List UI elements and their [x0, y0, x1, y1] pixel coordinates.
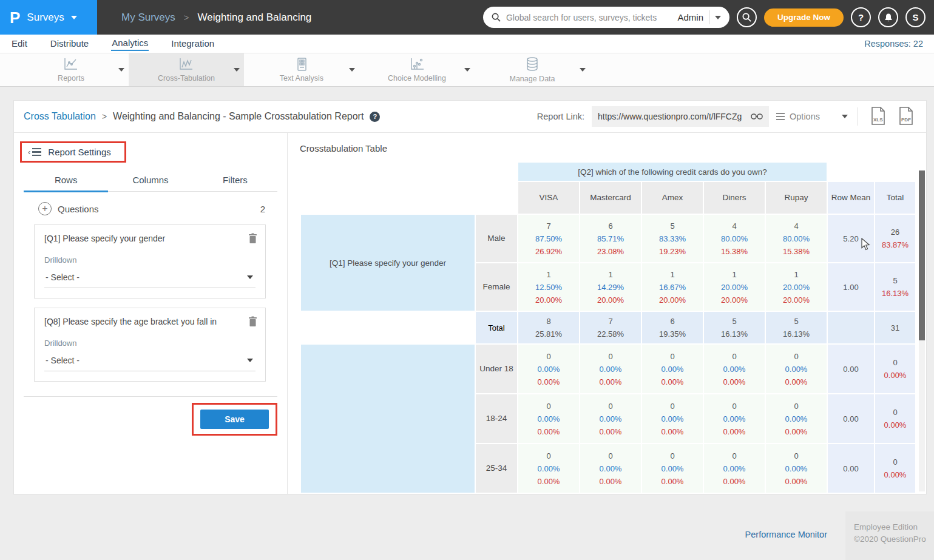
crosstab-data-cell: 00.00%0.00%: [518, 444, 579, 493]
breadcrumb-separator: >: [102, 112, 107, 121]
cell-value: 0.00%: [580, 413, 641, 425]
add-question-button[interactable]: +: [38, 202, 52, 215]
cell-value: 0: [580, 350, 641, 363]
report-title: Weighting and Balancing - Sample Crossta…: [113, 111, 364, 122]
crosstab-data-cell: 00.00%0.00%: [766, 444, 827, 493]
chevron-down-icon[interactable]: [464, 68, 470, 72]
tab-rows[interactable]: Rows: [24, 175, 108, 192]
responses-count[interactable]: Responses: 22: [864, 39, 923, 49]
search-scope[interactable]: Admin: [677, 12, 703, 22]
tab-edit[interactable]: Edit: [11, 37, 28, 50]
cell-value: 20.00%: [580, 294, 641, 306]
help-icon[interactable]: ?: [370, 112, 380, 122]
save-button[interactable]: Save: [200, 410, 269, 429]
column-question: [Q2] which of the following credit cards…: [518, 163, 827, 181]
tool-choice-modelling[interactable]: Choice Modelling: [359, 53, 475, 86]
crosstab-data-cell: 120.00%20.00%: [704, 263, 765, 311]
product-menu[interactable]: P Surveys: [0, 0, 97, 35]
cell-value: 1: [642, 268, 703, 281]
cell-value: 0.00%: [642, 475, 703, 488]
report-link-field[interactable]: https://www.questionpro.com/t/lFFCZg: [592, 106, 769, 127]
cell-value: 0: [704, 400, 765, 413]
cell-value: 0.00%: [875, 468, 915, 481]
tab-integration[interactable]: Integration: [171, 37, 215, 50]
total-cell: 619.35%: [642, 312, 703, 343]
row-mean-cell: 1.00: [828, 263, 874, 311]
crosstab-data-cell: 116.67%20.00%: [642, 263, 703, 311]
crosstab-data-cell: 480.00%15.38%: [766, 215, 827, 262]
cell-value: 0.00%: [518, 425, 579, 438]
tool-manage-data[interactable]: Manage Data: [475, 53, 590, 86]
tool-cross-tabulation[interactable]: Cross-Tabulation: [129, 53, 244, 86]
row-mean-cell: 0.00: [828, 394, 874, 443]
row-label: 25-34: [476, 444, 517, 493]
chevron-down-icon: [247, 275, 253, 279]
tab-columns[interactable]: Columns: [108, 175, 192, 191]
cell-value: 0.00%: [580, 363, 641, 376]
cell-value: 0: [518, 350, 579, 363]
tab-distribute[interactable]: Distribute: [50, 37, 89, 50]
crosstab-cell: [301, 312, 475, 343]
cell-value: 16.13%: [704, 328, 765, 340]
tab-filters[interactable]: Filters: [193, 175, 277, 191]
crosstab-data-cell: 00.00%0.00%: [642, 394, 703, 443]
question-card-q1: [Q1] Please specify your gender Drilldow…: [34, 224, 266, 299]
performance-monitor-link[interactable]: Performance Monitor: [745, 530, 827, 539]
chevron-down-icon[interactable]: [715, 16, 721, 19]
total-row-label: Total: [476, 312, 517, 343]
options-menu[interactable]: Options: [776, 112, 848, 121]
search-button[interactable]: [737, 7, 757, 27]
breadcrumb-separator: >: [184, 12, 189, 22]
crosstab-data-cell: 00.00%0.00%: [704, 345, 765, 393]
report-url[interactable]: https://www.questionpro.com/t/lFFCZg: [598, 112, 746, 121]
cell-value: 80.00%: [704, 232, 765, 245]
row-total-cell: 00.00%: [875, 444, 915, 493]
cell-value: 0: [766, 400, 827, 413]
drilldown-select[interactable]: - Select -: [44, 356, 255, 371]
cell-value: 0.00%: [518, 376, 579, 388]
tool-reports[interactable]: Reports: [13, 53, 129, 86]
delete-question-button[interactable]: [248, 233, 257, 246]
cell-value: 80.00%: [766, 232, 827, 245]
chevron-down-icon[interactable]: [234, 68, 240, 72]
breadcrumb-parent-link[interactable]: My Surveys: [121, 12, 175, 24]
row-total-cell: 516.13%: [875, 263, 915, 311]
report-settings-toggle[interactable]: ‹ Report Settings: [20, 141, 126, 163]
export-xls-button[interactable]: XLS: [868, 107, 888, 127]
chevron-down-icon[interactable]: [349, 68, 355, 72]
crosstab-table: [Q2] which of the following credit cards…: [300, 161, 916, 494]
cell-value: 14.29%: [580, 281, 641, 294]
tab-analytics[interactable]: Analytics: [111, 36, 149, 51]
global-search[interactable]: Admin: [483, 7, 729, 28]
chevron-down-icon[interactable]: [118, 68, 124, 72]
column-header: VISA: [518, 182, 579, 214]
notifications-button[interactable]: [878, 7, 898, 27]
options-label: Options: [790, 112, 820, 121]
upgrade-now-button[interactable]: Upgrade Now: [764, 8, 844, 27]
cell-value: 0.00%: [704, 462, 765, 475]
drilldown-label: Drilldown: [44, 339, 255, 348]
delete-question-button[interactable]: [248, 316, 257, 329]
cell-value: 6: [580, 220, 641, 232]
crosstab-data-cell: 685.71%23.08%: [580, 215, 641, 262]
total-cell: 516.13%: [766, 312, 827, 343]
scrollbar-thumb[interactable]: [919, 170, 925, 340]
row-question-label: [Q1] Please specify your gender: [301, 215, 475, 311]
search-input[interactable]: [506, 13, 672, 22]
row-mean-cell: 0.00: [828, 345, 874, 393]
cell-value: 0.00%: [704, 376, 765, 388]
cell-value: 20.00%: [766, 281, 827, 294]
crosstab-data-cell: 00.00%0.00%: [766, 394, 827, 443]
tool-text-analysis[interactable]: Text Analysis: [244, 53, 359, 86]
column-header: Diners: [704, 182, 765, 214]
help-button[interactable]: ?: [851, 7, 871, 27]
drilldown-select[interactable]: - Select -: [44, 272, 255, 288]
cell-value: 5.20: [828, 232, 874, 245]
row-label: Under 18: [476, 345, 517, 393]
cross-tabulation-link[interactable]: Cross Tabulation: [24, 111, 96, 122]
chevron-down-icon[interactable]: [580, 68, 586, 72]
chevron-down-icon[interactable]: [842, 115, 848, 118]
cell-value: 0: [518, 450, 579, 462]
user-avatar[interactable]: S: [905, 7, 926, 27]
export-pdf-button[interactable]: PDF: [896, 107, 916, 127]
